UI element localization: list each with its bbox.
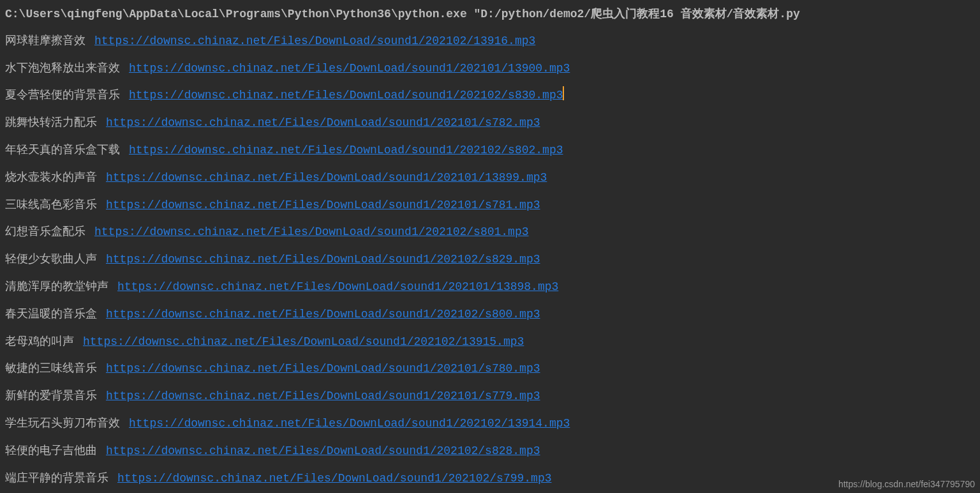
output-line: 网球鞋摩擦音效https://downsc.chinaz.net/Files/D… — [5, 27, 975, 55]
sound-url-link[interactable]: https://downsc.chinaz.net/Files/DownLoad… — [129, 86, 563, 105]
sound-title: 端庄平静的背景音乐 — [5, 469, 108, 488]
output-line: 幻想音乐盒配乐https://downsc.chinaz.net/Files/D… — [5, 218, 975, 246]
sound-url-link[interactable]: https://downsc.chinaz.net/Files/DownLoad… — [129, 59, 570, 78]
output-lines: 网球鞋摩擦音效https://downsc.chinaz.net/Files/D… — [5, 27, 975, 493]
sound-url-link[interactable]: https://downsc.chinaz.net/Files/DownLoad… — [129, 141, 563, 160]
sound-url-link[interactable]: https://downsc.chinaz.net/Files/DownLoad… — [106, 387, 540, 406]
sound-title: 新鲜的爱背景音乐 — [5, 387, 97, 406]
sound-title: 烧水壶装水的声音 — [5, 169, 97, 187]
sound-url-link[interactable]: https://downsc.chinaz.net/Files/DownLoad… — [106, 442, 540, 460]
command-line: C:\Users\qingfeng\AppData\Local\Programs… — [5, 4, 975, 24]
sound-title: 老母鸡的叫声 — [5, 333, 74, 351]
sound-title: 轻便的电子吉他曲 — [5, 442, 97, 460]
sound-title: 水下泡泡释放出来音效 — [5, 59, 120, 78]
output-line: 清脆浑厚的教堂钟声https://downsc.chinaz.net/Files… — [5, 273, 975, 301]
sound-url-link[interactable]: https://downsc.chinaz.net/Files/DownLoad… — [106, 360, 540, 378]
sound-title: 清脆浑厚的教堂钟声 — [5, 278, 108, 296]
output-line: 夏令营轻便的背景音乐https://downsc.chinaz.net/File… — [5, 82, 975, 109]
output-line: 轻便少女歌曲人声https://downsc.chinaz.net/Files/… — [5, 246, 975, 273]
sound-title: 幻想音乐盒配乐 — [5, 223, 85, 241]
sound-url-link[interactable]: https://downsc.chinaz.net/Files/DownLoad… — [106, 196, 540, 215]
watermark-text: https://blog.csdn.net/fei347795790 — [838, 479, 975, 489]
sound-title: 年轻天真的音乐盒下载 — [5, 141, 120, 160]
output-line: 年轻天真的音乐盒下载https://downsc.chinaz.net/File… — [5, 137, 975, 164]
output-line: 端庄平静的背景音乐https://downsc.chinaz.net/Files… — [5, 465, 975, 492]
sound-url-link[interactable]: https://downsc.chinaz.net/Files/DownLoad… — [94, 32, 535, 50]
sound-url-link[interactable]: https://downsc.chinaz.net/Files/DownLoad… — [83, 333, 524, 351]
sound-url-link[interactable]: https://downsc.chinaz.net/Files/DownLoad… — [94, 223, 529, 241]
sound-url-link[interactable]: https://downsc.chinaz.net/Files/DownLoad… — [106, 305, 540, 324]
output-line: 跳舞快转活力配乐https://downsc.chinaz.net/Files/… — [5, 109, 975, 137]
sound-url-link[interactable]: https://downsc.chinaz.net/Files/DownLoad… — [106, 169, 547, 187]
sound-url-link[interactable]: https://downsc.chinaz.net/Files/DownLoad… — [106, 250, 540, 269]
sound-title: 轻便少女歌曲人声 — [5, 250, 97, 269]
output-line: 敏捷的三味线音乐https://downsc.chinaz.net/Files/… — [5, 355, 975, 383]
sound-title: 网球鞋摩擦音效 — [5, 32, 85, 50]
sound-url-link[interactable]: https://downsc.chinaz.net/Files/DownLoad… — [106, 114, 540, 132]
sound-title: 三味线高色彩音乐 — [5, 196, 97, 215]
output-line: 轻便的电子吉他曲https://downsc.chinaz.net/Files/… — [5, 437, 975, 465]
sound-title: 夏令营轻便的背景音乐 — [5, 86, 120, 105]
output-line: 学生玩石头剪刀布音效https://downsc.chinaz.net/File… — [5, 410, 975, 437]
output-line: 老母鸡的叫声https://downsc.chinaz.net/Files/Do… — [5, 328, 975, 356]
output-line: 三味线高色彩音乐https://downsc.chinaz.net/Files/… — [5, 192, 975, 219]
console-output[interactable]: C:\Users\qingfeng\AppData\Local\Programs… — [0, 0, 980, 493]
output-line: 烧水壶装水的声音https://downsc.chinaz.net/Files/… — [5, 164, 975, 192]
sound-title: 春天温暖的音乐盒 — [5, 305, 97, 324]
sound-url-link[interactable]: https://downsc.chinaz.net/Files/DownLoad… — [129, 414, 570, 433]
output-line: 春天温暖的音乐盒https://downsc.chinaz.net/Files/… — [5, 301, 975, 328]
sound-url-link[interactable]: https://downsc.chinaz.net/Files/DownLoad… — [117, 278, 558, 296]
sound-url-link[interactable]: https://downsc.chinaz.net/Files/DownLoad… — [117, 469, 552, 488]
sound-title: 敏捷的三味线音乐 — [5, 360, 97, 378]
sound-title: 学生玩石头剪刀布音效 — [5, 414, 120, 433]
output-line: 新鲜的爱背景音乐https://downsc.chinaz.net/Files/… — [5, 383, 975, 410]
output-line: 水下泡泡释放出来音效https://downsc.chinaz.net/File… — [5, 55, 975, 82]
sound-title: 跳舞快转活力配乐 — [5, 114, 97, 132]
